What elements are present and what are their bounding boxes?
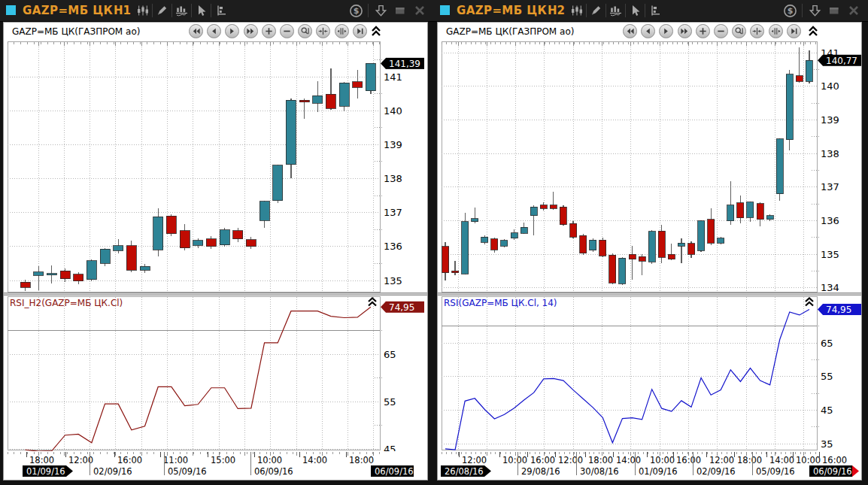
candlestick-chart-icon[interactable] xyxy=(568,4,585,17)
titlebar-window-buttons: $ xyxy=(782,2,862,19)
svg-text:45: 45 xyxy=(384,444,396,452)
step-forward-button[interactable] xyxy=(659,24,673,38)
collapse-pane-icon[interactable] xyxy=(371,26,381,37)
time-axis: 12:0010:0016:0012:0018:0014:0010:0016:00… xyxy=(438,451,861,480)
compress-horizontal-button[interactable] xyxy=(316,24,330,38)
expand-horizontal-button[interactable] xyxy=(335,24,349,38)
chart-header: GAZP=МБ ЦК(ГАЗПРОМ ао) xyxy=(4,23,427,41)
titlebar-toolbar xyxy=(568,2,663,19)
send-down-button[interactable] xyxy=(372,3,389,18)
price-pane[interactable]: 141140139138137136135141,39 xyxy=(4,41,427,293)
svg-text:139: 139 xyxy=(384,139,402,150)
draw-icon[interactable] xyxy=(587,4,605,17)
candlestick-chart-icon[interactable] xyxy=(134,4,151,17)
svg-text:14:00: 14:00 xyxy=(769,455,794,465)
rsi-value-badge: 74,95 xyxy=(381,302,424,313)
svg-text:$: $ xyxy=(787,6,793,16)
svg-text:138: 138 xyxy=(384,173,402,184)
svg-text:141,39: 141,39 xyxy=(389,59,420,69)
zoom-out-button[interactable] xyxy=(714,24,728,38)
collapse-pane-icon[interactable] xyxy=(369,299,376,306)
restore-button[interactable] xyxy=(826,3,842,18)
instrument-label: GAZP=МБ ЦК(ГАЗПРОМ ао) xyxy=(446,26,574,37)
svg-text:55: 55 xyxy=(384,396,396,408)
fast-backward-button[interactable] xyxy=(623,24,637,38)
window-title: GAZP=МБ ЦК xyxy=(457,4,547,17)
chart-trade-icon[interactable] xyxy=(173,4,190,17)
dollar-button[interactable]: $ xyxy=(782,3,798,18)
step-backward-button[interactable] xyxy=(207,24,221,38)
start-date-badge: 26/08/16 xyxy=(441,465,491,477)
svg-text:18:00: 18:00 xyxy=(29,455,54,465)
svg-text:01/09/16: 01/09/16 xyxy=(639,466,678,477)
rsi-pane[interactable]: 65554535RSI(GAZP=МБ ЦК.Cl, 14)74,95 xyxy=(438,296,861,451)
svg-text:01/09/16: 01/09/16 xyxy=(26,466,65,477)
go-to-latest-button[interactable] xyxy=(787,24,801,38)
price-pane[interactable]: 141140139138137136135134140,77 xyxy=(438,41,861,293)
send-down-button[interactable] xyxy=(806,3,823,18)
market-depth-icon[interactable] xyxy=(646,4,663,17)
fast-forward-button[interactable] xyxy=(678,24,692,38)
step-backward-button[interactable] xyxy=(641,24,655,38)
collapse-pane-icon[interactable] xyxy=(808,26,818,37)
svg-text:11:00: 11:00 xyxy=(163,455,188,465)
compress-horizontal-button[interactable] xyxy=(750,24,764,38)
svg-text:02/09/16: 02/09/16 xyxy=(697,466,736,477)
go-to-latest-button[interactable] xyxy=(353,24,367,38)
dollar-button[interactable]: $ xyxy=(348,3,364,18)
zoom-in-button[interactable] xyxy=(696,24,710,38)
timeframe-label: H1 xyxy=(114,4,131,17)
time-axis: 18:0012:0016:0011:0015:0010:0014:0018:00… xyxy=(4,451,427,480)
expand-horizontal-button[interactable] xyxy=(769,24,783,38)
last-price-badge: 141,39 xyxy=(381,58,424,69)
svg-text:137: 137 xyxy=(821,181,839,192)
svg-text:65: 65 xyxy=(384,349,396,360)
svg-text:02/09/16: 02/09/16 xyxy=(93,466,132,477)
svg-text:18:00: 18:00 xyxy=(737,455,762,465)
cursor-icon[interactable] xyxy=(627,4,644,17)
svg-text:12:00: 12:00 xyxy=(558,455,583,465)
end-date-badge: 06/09/16 xyxy=(371,465,414,477)
chart-window-h1: GAZP=МБ ЦК H1 $ GAZP=МБ ЦК(ГАЗПРОМ ао) 1… xyxy=(0,0,434,485)
svg-text:74,95: 74,95 xyxy=(826,305,851,315)
cursor-icon[interactable] xyxy=(193,4,210,17)
titlebar[interactable]: GAZP=МБ ЦК H1 $ xyxy=(0,0,434,22)
svg-text:RSI(GAZP=МБ ЦК.Cl, 14): RSI(GAZP=МБ ЦК.Cl, 14) xyxy=(444,298,557,308)
restore-button[interactable] xyxy=(392,3,408,18)
svg-text:30/08/16: 30/08/16 xyxy=(580,466,619,477)
collapse-pane-icon[interactable] xyxy=(806,299,813,306)
chart-trade-icon[interactable] xyxy=(607,4,624,17)
svg-text:134: 134 xyxy=(821,282,839,293)
rsi-value-badge: 74,95 xyxy=(818,304,861,315)
svg-text:$: $ xyxy=(353,6,359,16)
svg-text:15:00: 15:00 xyxy=(211,455,235,465)
svg-text:10:00: 10:00 xyxy=(650,455,675,465)
last-price-badge: 140,77 xyxy=(818,55,861,66)
zoom-box-button[interactable] xyxy=(298,24,312,38)
svg-text:14:00: 14:00 xyxy=(302,455,327,465)
svg-text:35: 35 xyxy=(821,438,833,450)
zoom-box-button[interactable] xyxy=(732,24,746,38)
step-forward-button[interactable] xyxy=(225,24,239,38)
svg-text:18:00: 18:00 xyxy=(349,455,374,465)
svg-text:14:00: 14:00 xyxy=(616,455,641,465)
svg-text:10:00: 10:00 xyxy=(257,455,282,465)
close-button[interactable] xyxy=(845,3,862,18)
draw-icon[interactable] xyxy=(153,4,171,17)
fast-backward-button[interactable] xyxy=(189,24,203,38)
trading-terminal: GAZP=МБ ЦК H1 $ GAZP=МБ ЦК(ГАЗПРОМ ао) 1… xyxy=(0,0,868,485)
rsi-pane[interactable]: 655545RSI_H2(GAZP=МБ ЦК.Cl)74,95 xyxy=(4,296,427,451)
titlebar[interactable]: GAZP=МБ ЦК H2 $ xyxy=(434,0,868,22)
fast-forward-button[interactable] xyxy=(244,24,258,38)
zoom-in-button[interactable] xyxy=(262,24,276,38)
svg-text:135: 135 xyxy=(821,249,839,260)
instrument-square-icon xyxy=(6,5,16,15)
timeframe-label: H2 xyxy=(548,4,565,17)
svg-text:16:00: 16:00 xyxy=(530,455,555,465)
zoom-out-button[interactable] xyxy=(280,24,294,38)
svg-text:12:00: 12:00 xyxy=(462,455,487,465)
close-button[interactable] xyxy=(411,3,428,18)
window-title: GAZP=МБ ЦК xyxy=(23,4,113,17)
svg-text:16:00: 16:00 xyxy=(822,455,847,465)
market-depth-icon[interactable] xyxy=(212,4,229,17)
